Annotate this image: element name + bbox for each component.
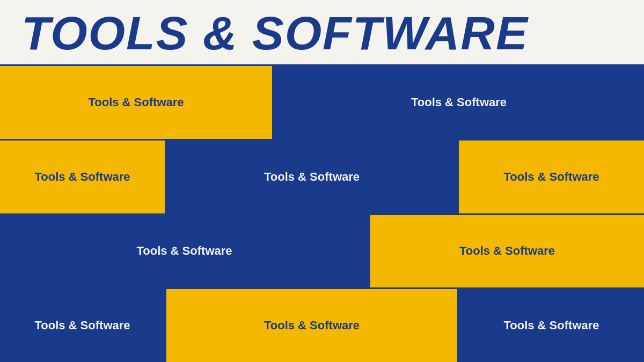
cell-r1-c2[interactable]: Tools & Software bbox=[274, 66, 644, 139]
grid-section: Tools & Software Tools & Software Tools … bbox=[0, 64, 644, 362]
cell-label: Tools & Software bbox=[264, 170, 360, 184]
main-title: TOOLS & SOFTWARE bbox=[21, 10, 623, 57]
cell-r2-c3[interactable]: Tools & Software bbox=[459, 141, 644, 213]
grid-row-4: Tools & Software Tools & Software Tools … bbox=[0, 289, 644, 362]
grid-row-1: Tools & Software Tools & Software bbox=[0, 66, 644, 141]
grid-row-3: Tools & Software Tools & Software bbox=[0, 215, 644, 290]
cell-label: Tools & Software bbox=[264, 319, 360, 333]
cell-r3-c1[interactable]: Tools & Software bbox=[0, 215, 370, 288]
cell-label: Tools & Software bbox=[503, 170, 599, 184]
cell-label: Tools & Software bbox=[88, 95, 184, 109]
cell-label: Tools & Software bbox=[34, 170, 130, 184]
header-section: TOOLS & SOFTWARE bbox=[0, 0, 644, 64]
cell-label: Tools & Software bbox=[136, 244, 232, 258]
cell-r4-c1[interactable]: Tools & Software bbox=[0, 289, 166, 362]
cell-r4-c2[interactable]: Tools & Software bbox=[166, 289, 459, 362]
cell-r2-c2[interactable]: Tools & Software bbox=[166, 141, 459, 213]
grid-row-2: Tools & Software Tools & Software Tools … bbox=[0, 141, 644, 215]
cell-r1-c1[interactable]: Tools & Software bbox=[0, 66, 274, 139]
cell-label: Tools & Software bbox=[503, 319, 599, 333]
cell-label: Tools & Software bbox=[459, 244, 555, 258]
cell-label: Tools & Software bbox=[34, 319, 130, 333]
cell-label: Tools & Software bbox=[411, 95, 507, 109]
cell-r4-c3[interactable]: Tools & Software bbox=[459, 289, 644, 362]
cell-r3-c2[interactable]: Tools & Software bbox=[370, 215, 644, 288]
cell-r2-c1[interactable]: Tools & Software bbox=[0, 141, 166, 213]
page-wrapper: TOOLS & SOFTWARE Tools & Software Tools … bbox=[0, 0, 644, 362]
